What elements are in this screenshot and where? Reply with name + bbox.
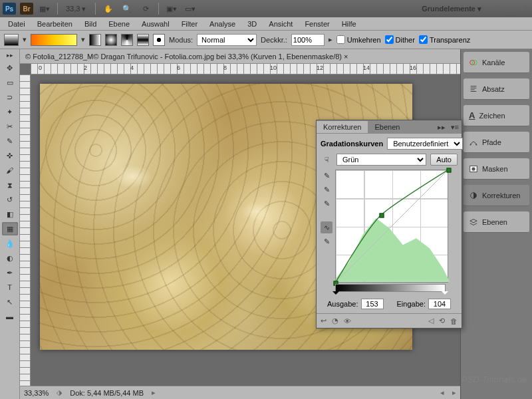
gradient-tool-preset-icon[interactable]: [4, 34, 19, 46]
arrange-docs-icon[interactable]: ▣▾: [164, 2, 179, 15]
heal-tool-icon[interactable]: ✜: [2, 149, 18, 162]
trash-icon[interactable]: 🗑: [450, 317, 458, 325]
panel-kanaele[interactable]: Kanäle: [464, 52, 529, 73]
dodge-tool-icon[interactable]: ◐: [2, 251, 18, 265]
clip-icon[interactable]: ◔: [332, 317, 338, 325]
input-input[interactable]: [428, 299, 451, 309]
crop-tool-icon[interactable]: ✂: [2, 120, 18, 133]
minimize-icon[interactable]: —: [495, 5, 502, 13]
stamp-tool-icon[interactable]: ⧗: [2, 178, 18, 192]
bridge-icon[interactable]: Br: [20, 3, 33, 15]
curves-preset-select[interactable]: Benutzerdefiniert: [387, 138, 463, 150]
menu-hilfe[interactable]: Hilfe: [336, 19, 362, 29]
tab-ebenen[interactable]: Ebenen: [368, 121, 406, 133]
curve-point-end[interactable]: [447, 168, 452, 173]
eyedropper-gray-icon[interactable]: ✎: [321, 184, 332, 196]
layout-dropdown-icon[interactable]: ▦▾: [37, 2, 52, 15]
menu-analyse[interactable]: Analyse: [204, 19, 241, 29]
menu-auswahl[interactable]: Auswahl: [136, 19, 175, 29]
gradient-tool-icon[interactable]: ▦: [2, 222, 18, 235]
curve-line: [336, 170, 448, 282]
brush-tool-icon[interactable]: 🖌: [2, 164, 18, 177]
return-icon[interactable]: ↩: [321, 317, 327, 325]
menu-3d[interactable]: 3D: [242, 19, 262, 29]
blend-mode-select[interactable]: Normal: [197, 34, 257, 46]
panel-korrekturen[interactable]: Korrekturen: [464, 185, 529, 206]
panel-masken[interactable]: Masken: [464, 158, 529, 180]
eyedropper-black-icon[interactable]: ✎: [321, 170, 332, 182]
pen-tool-icon[interactable]: ✒: [2, 266, 18, 279]
gradient-picker[interactable]: [31, 34, 77, 46]
svg-point-5: [471, 167, 475, 170]
curve-pencil-icon[interactable]: ✎: [321, 235, 332, 247]
menu-bild[interactable]: Bild: [79, 19, 102, 29]
output-input[interactable]: [361, 299, 384, 309]
panel-absatz[interactable]: Absatz: [464, 78, 529, 100]
eraser-tool-icon[interactable]: ◧: [2, 207, 18, 221]
scroll-left-icon[interactable]: ◂: [440, 388, 444, 397]
close-icon[interactable]: ✕: [519, 5, 525, 13]
panel-zeichen[interactable]: AZeichen: [464, 105, 529, 126]
dither-checkbox[interactable]: Dither: [385, 35, 415, 44]
transparency-checkbox[interactable]: Transparenz: [419, 35, 470, 44]
rotate-view-icon[interactable]: ⟳: [138, 2, 153, 15]
toolbox-collapse-icon[interactable]: ▸▸: [7, 52, 13, 59]
screen-mode-icon[interactable]: ▭▾: [183, 2, 198, 15]
menu-fenster[interactable]: Fenster: [299, 19, 334, 29]
move-tool-icon[interactable]: ✥: [2, 61, 18, 74]
gradient-radial-icon[interactable]: [105, 34, 117, 46]
status-docsize[interactable]: Dok: 5,44 MB/5,44 MB: [70, 389, 144, 397]
reset-icon[interactable]: ⟲: [439, 317, 445, 325]
ruler-vertical[interactable]: [20, 74, 31, 386]
workspace-switcher[interactable]: Grundelemente ▾: [416, 5, 487, 13]
scroll-right-icon[interactable]: ▸: [452, 388, 456, 397]
menu-bearbeiten[interactable]: Bearbeiten: [32, 19, 78, 29]
reverse-checkbox[interactable]: Umkehren: [336, 35, 381, 44]
curves-graph[interactable]: [335, 170, 448, 283]
menu-filter[interactable]: Filter: [176, 19, 203, 29]
blur-tool-icon[interactable]: 💧: [2, 237, 18, 250]
toolbox: ▸▸ ✥ ▭ ⊃ ✦ ✂ ✎ ✜ 🖌 ⧗ ↺ ◧ ▦ 💧 ◐ ✒ T ↖ ▬: [0, 49, 20, 399]
status-zoom[interactable]: 33,33%: [24, 389, 49, 397]
menu-ebene[interactable]: Ebene: [103, 19, 135, 29]
zoom-level[interactable]: 33,3 ▾: [63, 3, 90, 15]
document-tab[interactable]: © Fotolia_212788_M© Dragan Trifunovic - …: [20, 49, 460, 64]
ruler-horizontal[interactable]: 0 2 4 6 8 10 12 14 16: [31, 64, 460, 74]
finger-tool-icon[interactable]: ☟: [321, 156, 332, 164]
menu-ansicht[interactable]: Ansicht: [263, 19, 298, 29]
wand-tool-icon[interactable]: ✦: [2, 105, 18, 118]
menubar: Datei Bearbeiten Bild Ebene Auswahl Filt…: [0, 17, 532, 31]
hand-tool-icon[interactable]: ✋: [101, 2, 116, 15]
gradient-diamond-icon[interactable]: [153, 34, 165, 46]
lasso-tool-icon[interactable]: ⊃: [2, 90, 18, 104]
curve-point-mid[interactable]: [380, 213, 384, 218]
panel-ebenen[interactable]: Ebenen: [464, 211, 529, 233]
type-tool-icon[interactable]: T: [2, 281, 18, 294]
history-brush-tool-icon[interactable]: ↺: [2, 193, 18, 206]
menu-datei[interactable]: Datei: [3, 19, 31, 29]
eyedropper-tool-icon[interactable]: ✎: [2, 134, 18, 148]
maximize-icon[interactable]: ☐: [507, 5, 514, 13]
tab-korrekturen[interactable]: Korrekturen: [317, 121, 368, 133]
opacity-input[interactable]: [291, 34, 325, 46]
marquee-tool-icon[interactable]: ▭: [2, 76, 18, 89]
visibility-icon[interactable]: 👁: [344, 317, 351, 325]
auto-button[interactable]: Auto: [430, 154, 458, 166]
black-point-slider[interactable]: [332, 291, 339, 298]
panel-menu-icon[interactable]: ▾≡: [448, 123, 462, 132]
zoom-tool-icon[interactable]: 🔍: [120, 2, 134, 15]
panel-expand-icon[interactable]: ▸▸: [435, 123, 448, 132]
gradient-reflected-icon[interactable]: [137, 34, 149, 46]
white-point-slider[interactable]: [442, 291, 448, 298]
input-range-slider[interactable]: [335, 284, 446, 292]
curve-smooth-icon[interactable]: ∿: [321, 221, 332, 233]
shape-tool-icon[interactable]: ▬: [2, 310, 18, 323]
path-select-tool-icon[interactable]: ↖: [2, 295, 18, 309]
panel-pfade[interactable]: Pfade: [464, 132, 529, 153]
eyedropper-white-icon[interactable]: ✎: [321, 198, 332, 209]
photoshop-icon[interactable]: Ps: [3, 3, 16, 15]
prev-state-icon[interactable]: ◁: [428, 317, 434, 325]
channel-select[interactable]: Grün: [336, 154, 426, 166]
gradient-angle-icon[interactable]: [121, 34, 133, 46]
gradient-linear-icon[interactable]: [89, 34, 101, 46]
